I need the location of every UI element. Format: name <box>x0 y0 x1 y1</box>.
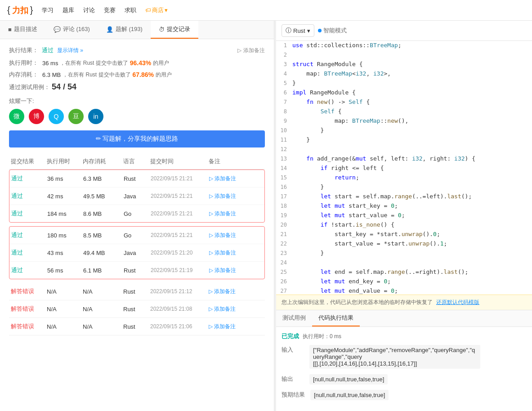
test-output-value: [null,null,null,true,false,true] <box>309 374 388 384</box>
row-lang: Java <box>124 193 151 200</box>
nav-jobs[interactable]: 求职 <box>125 6 136 14</box>
top-nav: { 力扣 } 学习 题库 讨论 竞赛 求职 🏷 商店 ▾ <box>0 0 532 21</box>
tab-submissions[interactable]: ⏱ 提交记录 <box>151 21 198 39</box>
test-expected-row: 预期结果 [null,null,null,true,false,true] <box>282 390 527 400</box>
row-status: 通过 <box>11 249 47 257</box>
row-memory: N/A <box>83 306 123 313</box>
test-expected-value: [null,null,null,true,false,true] <box>310 390 389 400</box>
logo[interactable]: { 力扣 } <box>7 5 33 16</box>
table-row[interactable]: 通过 43 ms 49.4 MB Java 2022/09/15 21:20 ▷… <box>9 244 264 262</box>
share-linkedin-btn[interactable]: in <box>88 109 103 124</box>
row-status: 通过 <box>11 192 47 200</box>
right-top-bar: ⓘ Rust ▾ 智能模式 <box>276 21 532 41</box>
submissions-icon: ⏱ <box>159 26 165 33</box>
col-note: 备注 <box>207 157 252 165</box>
row-note-btn[interactable]: ▷ 添加备注 <box>209 192 254 200</box>
code-editor[interactable]: 1use std::collections::BTreeMap;23struct… <box>276 41 532 295</box>
row-status: 解答错误 <box>11 305 47 313</box>
row-datetime: 2022/09/15 21:20 <box>151 250 209 256</box>
test-exec-time: 执行用时：0 ms <box>303 333 341 340</box>
row-lang: Rust <box>123 323 150 330</box>
exec-mem-row: 内存消耗： 6.3 MB ，在所有 Rust 提交中击败了 67.86% 的用户 <box>9 71 265 79</box>
row-datetime: 2022/09/15 21:19 <box>151 267 209 273</box>
exec-mem-label: 内存消耗： <box>9 71 40 79</box>
restore-default-link[interactable]: 还原默认代码模版 <box>436 299 479 306</box>
test-input-label: 输入 <box>282 346 304 354</box>
table-header: 提交结果 执行用时 内存消耗 语言 提交时间 备注 <box>9 154 265 170</box>
nav-learn[interactable]: 学习 <box>42 6 54 14</box>
row-note-btn[interactable]: ▷ 添加备注 <box>209 175 254 183</box>
table-row[interactable]: 通过 42 ms 49.5 MB Java 2022/09/15 21:21 ▷… <box>9 188 264 205</box>
test-expected-label: 预期结果 <box>282 391 305 399</box>
exec-time-detail: ，在所有 Rust 提交中击败了 <box>60 59 128 67</box>
row-lang: Go <box>124 210 151 217</box>
nav-contest[interactable]: 竞赛 <box>104 6 116 14</box>
table-row[interactable]: 通过 184 ms 8.6 MB Go 2022/09/15 21:21 ▷ 添… <box>9 205 264 222</box>
left-content: 执行结果： 通过 显示详情 » ▷ 添加备注 执行用时： 36 ms ，在所有 … <box>0 39 274 411</box>
row-time: 56 ms <box>47 267 83 274</box>
row-status: 通过 <box>11 210 47 218</box>
description-icon: ■ <box>8 26 12 33</box>
tab-solutions[interactable]: 👤 题解 (193) <box>98 21 151 39</box>
row-lang: Rust <box>124 175 151 182</box>
table-row[interactable]: 通过 56 ms 6.1 MB Rust 2022/09/15 21:19 ▷ … <box>9 262 264 279</box>
row-note-btn[interactable]: ▷ 添加备注 <box>209 288 254 295</box>
row-note-btn[interactable]: ▷ 添加备注 <box>209 210 254 218</box>
tab-test-cases[interactable]: 测试用例 <box>276 310 312 326</box>
row-lang: Rust <box>124 267 151 274</box>
test-status-badge: 已完成 <box>282 332 299 340</box>
share-qq-btn[interactable]: Q <box>49 109 64 124</box>
write-solution-button[interactable]: ✏ 写题解，分享我的解题思路 <box>9 130 265 147</box>
table-row[interactable]: 解答错误 N/A N/A Rust 2022/09/15 21:12 ▷ 添加备… <box>9 283 265 300</box>
share-weibo-btn[interactable]: 博 <box>29 109 44 124</box>
row-memory: N/A <box>83 288 123 295</box>
row-note-btn[interactable]: ▷ 添加备注 <box>209 323 254 331</box>
language-selector[interactable]: ⓘ Rust ▾ <box>282 24 314 37</box>
code-notification: 您上次编辑到这里，代码已从您浏览器本地的临时存储中恢复了 还原默认代码模版 <box>276 295 532 310</box>
share-label: 炫耀一下: <box>9 97 265 105</box>
row-time: 42 ms <box>47 193 83 200</box>
submission-group-1: 通过 36 ms 6.3 MB Rust 2022/09/15 21:21 ▷ … <box>9 170 265 223</box>
table-row[interactable]: 解答错误 N/A N/A Rust 2022/09/15 21:06 ▷ 添加备… <box>9 318 265 335</box>
share-weixin-btn[interactable]: 微 <box>9 109 24 124</box>
exec-result-label: 执行结果： <box>9 46 38 54</box>
exec-time-label: 执行用时： <box>9 59 40 67</box>
test-label: 通过测试用例： <box>9 83 50 91</box>
row-datetime: 2022/09/15 21:21 <box>151 232 209 238</box>
row-datetime: 2022/09/15 21:06 <box>150 323 209 330</box>
submission-ungrouped: 解答错误 N/A N/A Rust 2022/09/15 21:12 ▷ 添加备… <box>9 283 265 335</box>
nav-problems[interactable]: 题库 <box>63 6 74 14</box>
tab-description[interactable]: ■ 题目描述 <box>0 21 45 39</box>
main-layout: ■ 题目描述 💬 评论 (163) 👤 题解 (193) ⏱ 提交记录 执行结果… <box>0 21 532 411</box>
row-note-btn[interactable]: ▷ 添加备注 <box>209 267 254 274</box>
row-memory: 6.1 MB <box>83 267 124 274</box>
row-lang: Rust <box>123 306 150 313</box>
share-douban-btn[interactable]: 豆 <box>68 109 84 124</box>
nav-discuss[interactable]: 讨论 <box>83 6 95 14</box>
row-status: 通过 <box>11 174 47 183</box>
tab-comments[interactable]: 💬 评论 (163) <box>45 21 98 39</box>
table-row[interactable]: 通过 36 ms 6.3 MB Rust 2022/09/15 21:21 ▷ … <box>9 170 264 188</box>
tab-exec-results[interactable]: 代码执行结果 <box>312 310 360 326</box>
test-output-label: 输出 <box>282 375 304 383</box>
table-row[interactable]: 解答错误 N/A N/A Rust 2022/09/15 21:08 ▷ 添加备… <box>9 300 265 318</box>
exec-mem-pct: 67.86% <box>133 71 154 78</box>
row-time: N/A <box>47 288 83 295</box>
share-icons: 微 博 Q 豆 in <box>9 109 265 124</box>
row-datetime: 2022/09/15 21:08 <box>150 306 209 312</box>
bottom-tabs: 测试用例 代码执行结果 <box>276 310 532 327</box>
exec-add-note-btn[interactable]: ▷ 添加备注 <box>237 47 265 54</box>
row-note-btn[interactable]: ▷ 添加备注 <box>209 249 254 257</box>
row-note-btn[interactable]: ▷ 添加备注 <box>209 305 254 313</box>
row-memory: 6.3 MB <box>83 175 124 182</box>
row-status: 解答错误 <box>11 287 47 295</box>
share-section: 炫耀一下: 微 博 Q 豆 in <box>9 97 265 124</box>
exec-detail-link[interactable]: 显示详情 » <box>57 47 83 54</box>
exec-mem-detail: ，在所有 Rust 提交中击败了 <box>63 71 130 79</box>
row-note-btn[interactable]: ▷ 添加备注 <box>209 232 254 239</box>
exec-mem-value: 6.3 MB <box>42 71 61 78</box>
nav-shop[interactable]: 🏷 商店 ▾ <box>145 6 168 14</box>
smart-mode-toggle[interactable]: 智能模式 <box>318 27 347 35</box>
table-row[interactable]: 通过 180 ms 8.5 MB Go 2022/09/15 21:21 ▷ 添… <box>9 227 264 244</box>
left-tabs: ■ 题目描述 💬 评论 (163) 👤 题解 (193) ⏱ 提交记录 <box>0 21 274 39</box>
